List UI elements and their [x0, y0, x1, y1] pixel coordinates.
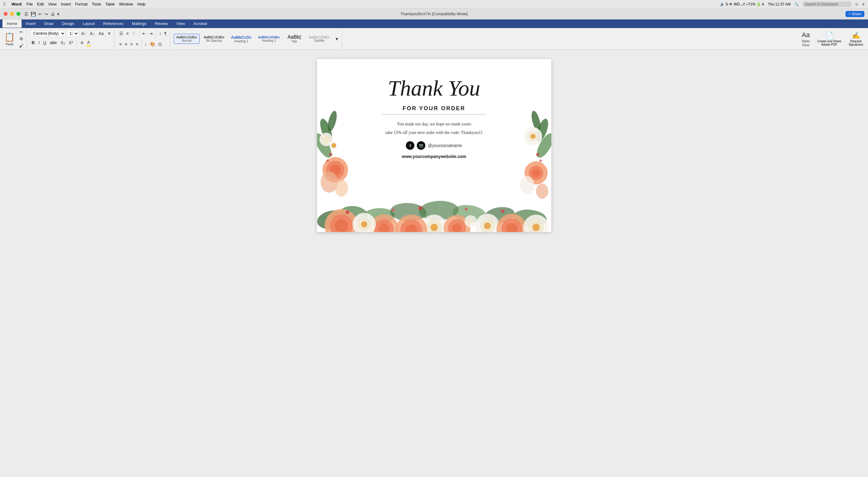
- tagline-text: You made our day, we hope we made yours: [366, 122, 503, 127]
- paste-icon[interactable]: 📋: [4, 32, 15, 42]
- decrease-indent-button[interactable]: ⇤: [141, 30, 147, 36]
- menu-tools[interactable]: Tools: [92, 2, 101, 6]
- styles-group: AaBbCcDdEe Normal AaBbCcDdEe No Spacing …: [172, 29, 343, 49]
- show-marks-button[interactable]: ¶: [163, 30, 168, 36]
- align-right-button[interactable]: ≡: [129, 41, 134, 47]
- numbered-list-button[interactable]: ≡: [125, 30, 130, 36]
- font-size-select[interactable]: 12: [67, 30, 79, 37]
- borders-button[interactable]: ⊡: [157, 41, 163, 47]
- social-row: f 📷 @yoursocialname: [366, 141, 503, 150]
- search-placeholder: Search in Document: [805, 2, 838, 6]
- undo-icon[interactable]: ↩: [38, 11, 42, 17]
- superscript-button[interactable]: X²: [67, 39, 74, 46]
- style-title[interactable]: AaBb( Title: [284, 33, 305, 45]
- shading-button[interactable]: 🎨: [149, 41, 156, 47]
- style-no-spacing[interactable]: AaBbCcDdEe No Spacing: [201, 34, 227, 44]
- align-center-button[interactable]: ≡: [124, 41, 128, 47]
- close-button[interactable]: [4, 12, 8, 16]
- menu-bar:  Word File Edit View Insert Format Tool…: [0, 0, 868, 8]
- tab-insert[interactable]: Insert: [22, 20, 40, 28]
- smiley-icon: ☺: [855, 2, 859, 6]
- tab-design[interactable]: Design: [58, 20, 79, 28]
- menu-extra-icon: ≡: [862, 2, 864, 6]
- thank-you-heading: Thank You: [366, 77, 503, 99]
- style-presets: AaBbCcDdEe Normal AaBbCcDdEe No Spacing …: [174, 33, 340, 45]
- print-icon[interactable]: 🖨: [51, 11, 55, 17]
- styles-pane-icon: Aa: [802, 31, 810, 39]
- paste-label: Paste: [6, 42, 14, 46]
- style-heading1[interactable]: AaBbCcDc Heading 1: [228, 33, 254, 44]
- more-styles-button[interactable]: ▼: [334, 33, 340, 45]
- menu-table[interactable]: Table: [105, 2, 115, 6]
- menu-view[interactable]: View: [48, 2, 57, 6]
- sort-button[interactable]: ↕: [158, 30, 162, 36]
- document-title: Thankyou5inX7in [Compatibility Mode]: [400, 11, 468, 16]
- customize-icon[interactable]: ▾: [57, 11, 59, 17]
- fullscreen-button[interactable]: [17, 12, 20, 16]
- search-bar[interactable]: Search in Document: [803, 2, 851, 7]
- redo-icon[interactable]: ↪: [44, 11, 48, 17]
- menu-insert[interactable]: Insert: [61, 2, 71, 6]
- quick-access-toolbar: ☰ 💾 ↩ ↪ 🖨 ▾: [24, 11, 59, 17]
- ribbon: Home Insert Draw Design Layout Reference…: [0, 20, 868, 28]
- tab-layout[interactable]: Layout: [79, 20, 99, 28]
- save-icon[interactable]: 💾: [31, 11, 36, 17]
- search-icon[interactable]: 🔍: [794, 2, 799, 6]
- share-button[interactable]: + Share: [845, 11, 864, 17]
- tab-review[interactable]: Review: [151, 20, 172, 28]
- time-display: Thu 11:37 AM: [768, 2, 791, 6]
- underline-button[interactable]: U: [42, 39, 48, 46]
- line-spacing-button[interactable]: ↕: [144, 41, 148, 47]
- bullet-list-button[interactable]: ☰: [118, 30, 124, 36]
- create-pdf-icon: 📄: [825, 32, 833, 39]
- justify-button[interactable]: ≡: [134, 41, 140, 47]
- tab-mailings[interactable]: Mailings: [128, 20, 151, 28]
- request-signatures-button[interactable]: ✍ RequestSignatures: [846, 30, 866, 48]
- increase-indent-button[interactable]: ⇥: [148, 30, 154, 36]
- request-sigs-icon: ✍: [852, 32, 860, 39]
- sidebar-toggle-icon[interactable]: ☰: [24, 11, 28, 17]
- font-case-button[interactable]: Aa: [97, 30, 105, 36]
- clear-format-button[interactable]: ✕: [106, 30, 112, 36]
- subscript-button[interactable]: X₂: [59, 39, 66, 46]
- cut-button[interactable]: ✂: [18, 29, 25, 35]
- tab-acrobat[interactable]: Acrobat: [189, 20, 212, 28]
- format-painter-button[interactable]: 🖌: [18, 42, 25, 49]
- font-color-button[interactable]: A: [86, 39, 91, 46]
- status-icons: 🔈 S 👁 WD ⎇ ≈71% 🔋 A: [720, 2, 764, 6]
- copy-button[interactable]: ⧉: [18, 36, 25, 42]
- menu-format[interactable]: Format: [75, 2, 88, 6]
- tab-home[interactable]: Home: [2, 20, 22, 28]
- strikethrough-button[interactable]: abc: [49, 39, 58, 46]
- menu-window[interactable]: Window: [119, 2, 133, 6]
- decrease-font-button[interactable]: A↓: [89, 30, 96, 36]
- menu-help[interactable]: Help: [137, 2, 146, 6]
- align-left-button[interactable]: ≡: [118, 41, 123, 47]
- for-your-order-text: FOR YOUR ORDER: [366, 105, 503, 112]
- social-handle-text: @yoursocialname: [428, 143, 462, 148]
- minimize-button[interactable]: [10, 12, 14, 16]
- menu-edit[interactable]: Edit: [37, 2, 44, 6]
- main-area: Thank You FOR YOUR ORDER You made our da…: [0, 50, 868, 477]
- tab-references[interactable]: References: [99, 20, 127, 28]
- paste-area: 📋 Paste: [4, 32, 17, 46]
- menu-right-section: 🔈 S 👁 WD ⎇ ≈71% 🔋 A Thu 11:37 AM 🔍 Searc…: [720, 2, 864, 7]
- style-normal[interactable]: AaBbCcDdEe Normal: [174, 34, 200, 44]
- style-heading2[interactable]: AaBbCcDdEe Heading 2: [255, 34, 282, 44]
- font-group: Cambria (Body) 12 A↑ A↓ Aa ✕ B I U abc X…: [29, 29, 114, 49]
- facebook-icon: f: [406, 141, 414, 150]
- italic-button[interactable]: I: [37, 39, 41, 46]
- multilevel-list-button[interactable]: ⋮: [130, 30, 137, 36]
- text-highlight-button[interactable]: A: [80, 39, 85, 46]
- create-pdf-button[interactable]: 📄 Create and ShareAdobe PDF: [815, 30, 844, 48]
- increase-font-button[interactable]: A↑: [80, 30, 87, 36]
- tab-draw[interactable]: Draw: [40, 20, 58, 28]
- bold-button[interactable]: B: [30, 39, 36, 46]
- styles-pane-button[interactable]: Aa Styles Pane: [799, 30, 812, 48]
- tab-view[interactable]: View: [172, 20, 189, 28]
- apple-menu-icon[interactable]: : [4, 2, 5, 7]
- menu-file[interactable]: File: [27, 2, 33, 6]
- clipboard-group: 📋 Paste ✂ ⧉ 🖌: [2, 29, 27, 49]
- style-subtitle[interactable]: AaBbCcDdEe Subtitle: [306, 34, 332, 44]
- font-family-select[interactable]: Cambria (Body): [30, 30, 65, 37]
